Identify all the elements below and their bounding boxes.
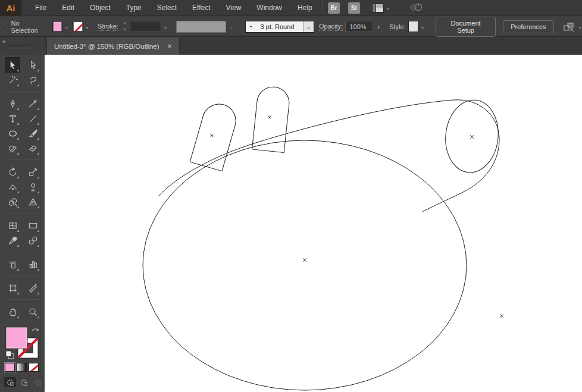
document-tab[interactable]: Untitled-3* @ 150% (RGB/Outline) × (46, 37, 180, 55)
menu-window[interactable]: Window (249, 0, 290, 16)
rotate-tool[interactable] (5, 165, 20, 179)
cs-live-icon[interactable] (408, 1, 424, 14)
tools-panel (0, 55, 45, 392)
ellipse-tool[interactable] (5, 126, 20, 140)
toolbar-dock-header: « (0, 37, 45, 55)
fill-color-swatch[interactable] (52, 21, 63, 32)
shape-builder-tool[interactable] (5, 195, 20, 209)
tool-groups (0, 55, 45, 321)
pen-tool[interactable] (5, 96, 20, 111)
zoom-tool[interactable] (26, 305, 40, 319)
brush-chevron-icon[interactable]: ⌄ (303, 21, 314, 32)
menu-select[interactable]: Select (149, 0, 184, 16)
fill-indicator (6, 327, 27, 349)
opacity-flyout-icon[interactable]: › (373, 23, 385, 30)
draw-behind-button[interactable] (17, 377, 30, 387)
stock-button[interactable]: St (348, 2, 360, 14)
drawing-mode-buttons (4, 377, 45, 387)
opacity-label[interactable]: Opacity: (319, 23, 343, 31)
color-button[interactable] (5, 363, 15, 372)
mesh-tool[interactable] (5, 218, 20, 233)
document-setup-button[interactable]: Document Setup (436, 17, 496, 37)
swap-fill-stroke-icon (32, 329, 39, 333)
style-chevron-icon[interactable]: ⌄ (418, 24, 428, 30)
menu-edit[interactable]: Edit (54, 0, 82, 16)
scale-tool[interactable] (26, 165, 40, 179)
right-ear[interactable] (252, 85, 291, 152)
body-ellipse[interactable] (143, 140, 467, 390)
draw-inside-button (31, 377, 43, 387)
none-button[interactable] (29, 363, 39, 372)
gradient-tool[interactable] (26, 218, 40, 233)
graphic-style-swatch[interactable] (408, 21, 419, 32)
brush-definition-dropdown[interactable]: • 3 pt. Round ⌄ (245, 21, 314, 33)
left-ear[interactable] (190, 100, 240, 171)
toolbar-grip[interactable] (10, 44, 30, 49)
menu-object[interactable]: Object (82, 0, 118, 16)
illustrator-window: Ai FileEditObjectTypeSelectEffectViewWin… (0, 0, 582, 392)
menu-type[interactable]: Type (118, 0, 149, 16)
tool-group-separator (5, 213, 40, 214)
workspace (0, 55, 582, 392)
bridge-button[interactable]: Br (328, 2, 340, 14)
type-tool[interactable] (5, 111, 20, 126)
draw-normal-button[interactable] (4, 377, 16, 387)
shaper-tool[interactable] (5, 141, 20, 155)
hand-tool[interactable] (5, 305, 20, 319)
workspace-switcher[interactable]: ⌄ (372, 4, 391, 12)
gradient-button[interactable] (17, 363, 27, 372)
artboard-tool[interactable] (5, 281, 20, 295)
paintbrush-tool[interactable] (26, 126, 40, 140)
symbol-sprayer-tool[interactable] (5, 257, 20, 271)
stroke-weight-stepper[interactable]: ⌃⌄ (123, 23, 127, 30)
controlbar-grip[interactable] (1, 19, 5, 35)
snout-ellipse[interactable] (442, 98, 502, 175)
slice-tool[interactable] (26, 281, 40, 295)
line-segment-tool[interactable] (26, 111, 40, 126)
stray-center-mark[interactable] (500, 314, 503, 318)
body-center-mark[interactable] (303, 258, 306, 262)
width-profile-chevron-icon: ⌄ (226, 24, 239, 30)
workspace-layout-icon (372, 4, 384, 12)
eyedropper-tool[interactable] (5, 233, 20, 247)
stroke-color-swatch[interactable] (73, 21, 83, 32)
puppet-warp-tool[interactable] (26, 180, 40, 194)
perspective-grid-tool[interactable] (26, 195, 40, 209)
width-tool[interactable] (5, 180, 20, 194)
tab-close-icon[interactable]: × (168, 42, 172, 51)
selection-tool[interactable] (5, 58, 20, 72)
preferences-button[interactable]: Preferences (503, 20, 553, 33)
tab-bar: « Untitled-3* @ 150% (RGB/Outline) × (0, 37, 582, 55)
stroke-label[interactable]: Stroke: (98, 23, 118, 31)
menu-effect[interactable]: Effect (184, 0, 218, 16)
snout-center-mark[interactable] (470, 135, 474, 139)
brush-definition-value: 3 pt. Round (252, 23, 303, 30)
eraser-tool[interactable] (26, 141, 40, 155)
align-options[interactable]: ⌄ (562, 21, 582, 32)
menu-list: FileEditObjectTypeSelectEffectViewWindow… (27, 0, 320, 16)
right-ear-center-mark[interactable] (268, 115, 271, 119)
opacity-input[interactable]: 100% (345, 21, 373, 32)
stroke-weight-dropdown[interactable] (130, 21, 161, 32)
tool-group-separator (5, 159, 40, 160)
stroke-chevron-icon[interactable]: ⌄ (83, 24, 93, 30)
menu-file[interactable]: File (27, 0, 54, 16)
magic-wand-tool[interactable] (5, 73, 20, 87)
menu-view[interactable]: View (218, 0, 249, 16)
direct-selection-tool[interactable] (26, 58, 40, 72)
align-icon (562, 21, 575, 32)
blend-tool[interactable] (26, 233, 40, 247)
lasso-tool[interactable] (26, 73, 40, 87)
left-ear-center-mark[interactable] (210, 134, 214, 137)
fill-stroke-indicator[interactable] (4, 326, 43, 357)
document-canvas[interactable] (45, 55, 582, 392)
fill-chevron-icon[interactable]: ⌄ (62, 24, 73, 30)
head-curve[interactable] (158, 100, 499, 212)
column-graph-tool[interactable] (26, 257, 40, 271)
menubar-separator (323, 2, 323, 13)
menu-help[interactable]: Help (290, 0, 320, 16)
collapse-panel-icon[interactable]: « (2, 38, 5, 45)
curvature-tool[interactable] (26, 96, 40, 111)
stroke-weight-chevron-icon[interactable]: ⌄ (161, 24, 171, 30)
document-tab-title: Untitled-3* @ 150% (RGB/Outline) (54, 43, 159, 50)
